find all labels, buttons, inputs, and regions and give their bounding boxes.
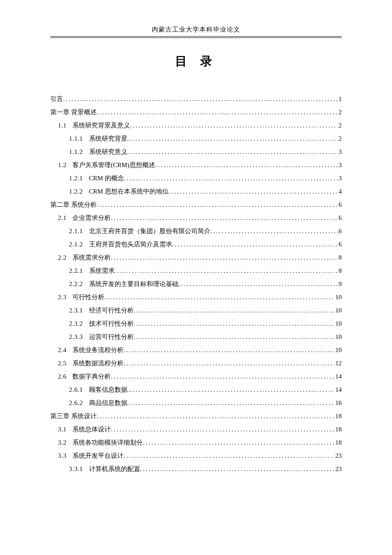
toc-entry-page: 3 [338,159,342,171]
toc-entry-page: 3 [338,172,342,185]
toc-entry: 2.6.2商品信息数据16 [50,396,342,409]
toc-entry: 3.1系统总体设计18 [50,423,342,436]
toc-entry-number: 2.1 [58,211,66,224]
toc-entry-label: 计算机系统的配置 [89,462,140,475]
toc-entry-label: 企业需求分析 [72,211,111,224]
toc-entry: 2.3.1经济可行性分析10 [50,304,342,317]
toc-entry: 2.2.1系统需求8 [50,264,342,277]
toc-leader-dots [127,132,338,145]
toc-entry-label: 可行性分析 [72,291,104,304]
toc-leader-dots [124,344,334,356]
toc-entry-page: 10 [334,304,342,317]
toc-entry: 1.1.2系统研究意义3 [50,145,342,158]
toc-entry-number: 3.2 [58,436,66,449]
toc-entry-label: 商品信息数据 [89,396,127,409]
toc-entry-label: 运营可行性分析 [89,330,134,343]
toc-entry: 1.1系统研究背景及意义2 [50,119,342,132]
toc-entry: 2.3可行性分析10 [50,291,342,304]
toc-leader-dots [127,145,338,158]
toc-entry: 3.3.1计算机系统的配置23 [50,462,342,475]
toc-entry-page: 6 [338,225,342,237]
toc-entry-number: 1.2 [58,159,66,171]
toc-entry: 2.1.2王府井百货包头店简介及需求6 [50,238,342,251]
toc-entry-number: 1.2.1 [69,172,83,185]
toc-entry-number: 1.1.2 [69,145,83,158]
toc-leader-dots [134,317,335,330]
toc-entry: 第二章 系统分析6 [50,198,342,211]
toc-entry-page: 10 [334,330,342,343]
toc-entry-number: 3.1 [58,423,66,436]
toc-entry: 1.2.2CRM 思想在本系统中的地位 4 [50,185,342,198]
toc-leader-dots [127,383,335,396]
toc-leader-dots [134,330,335,343]
toc-entry-number: 2.2.2 [69,278,83,290]
toc-entry-page: 14 [334,370,342,383]
toc-entry: 2.3.2技术可行性分析10 [50,317,342,330]
toc-entry: 2.6.1顾客信息数据14 [50,383,342,396]
toc-entry-number: 2.2 [58,251,66,264]
toc-leader-dots [130,119,337,132]
toc-entry-page: 3 [338,145,342,158]
toc-leader-dots [111,423,334,436]
toc-entry-label: 系统研究背景及意义 [72,119,130,132]
toc-entry-label: CRM 思想在本系统中的地位 [89,185,169,198]
toc-entry-number: 2.6 [58,370,66,383]
toc-leader-dots [97,106,338,119]
toc-entry-number: 2.3.1 [69,304,83,317]
toc-entry-label: 系统各功能模块详细划分 [72,436,143,449]
toc-entry: 1.2.1CRM 的概念 3 [50,172,342,185]
toc-entry-number: 3.3 [58,449,66,462]
toc-entry-label: 系统研究背景 [89,132,127,145]
toc-entry-number: 2.5 [58,357,66,370]
toc-leader-dots [97,410,334,422]
toc-leader-dots [179,278,338,290]
toc-leader-dots [124,449,334,462]
toc-entry-label: 系统需求分析 [72,251,111,264]
toc-entry-number: 2.6.2 [69,396,83,409]
toc-leader-dots [63,92,338,105]
toc-title: 目 录 [50,53,342,69]
toc-leader-dots [127,396,335,409]
toc-entry-page: 8 [338,251,342,264]
toc-entry-page: 2 [338,106,342,119]
toc-leader-dots [97,198,338,211]
toc-entry-number: 2.4 [58,344,66,356]
toc-entry-label: 北京王府井百货（集团）股份有限公司简介 [89,225,210,237]
toc-entry-number: 1.1.1 [69,132,83,145]
toc-entry-page: 6 [338,211,342,224]
toc-entry: 2.2.2系统开发的主要目标和理论基础9 [50,278,342,290]
toc-entry: 2.1企业需求分析6 [50,211,342,224]
toc-entry: 3.2系统各功能模块详细划分18 [50,436,342,449]
toc-entry-label: 第三章 系统设计 [50,410,97,422]
toc-entry-number: 3.3.1 [69,462,83,475]
toc-entry-page: 18 [334,436,342,449]
toc-entry-label: 客户关系管理(CRM)思想概述 [72,159,155,171]
toc-entry-number: 1.2.2 [69,185,83,198]
toc-entry-label: 经济可行性分析 [89,304,134,317]
toc-leader-dots [172,238,338,251]
table-of-contents: 引言1第一章 背景概述21.1系统研究背景及意义21.1.1系统研究背景21.1… [50,92,342,475]
toc-entry-label: 顾客信息数据 [89,383,127,396]
toc-entry-page: 12 [334,357,342,370]
toc-entry-label: 系统数据流程分析 [72,357,124,370]
toc-entry: 1.1.1系统研究背景2 [50,132,342,145]
toc-entry-number: 2.2.1 [69,264,83,277]
toc-entry-page: 2 [338,132,342,145]
toc-entry-page: 10 [334,291,342,304]
toc-entry-page: 23 [334,462,342,475]
toc-entry-page: 8 [338,264,342,277]
toc-entry: 2.4系统业务流程分析10 [50,344,342,356]
toc-entry-label: CRM 的概念 [89,172,124,185]
toc-leader-dots [124,172,338,185]
toc-entry: 引言1 [50,92,342,105]
toc-entry: 第一章 背景概述2 [50,106,342,119]
toc-entry-page: 10 [334,317,342,330]
toc-entry-page: 23 [334,449,342,462]
toc-entry: 2.3.3运营可行性分析10 [50,330,342,343]
toc-entry-label: 第二章 系统分析 [50,198,97,211]
toc-entry-label: 系统开发的主要目标和理论基础 [89,278,179,290]
toc-entry-page: 16 [334,396,342,409]
toc-entry-label: 技术可行性分析 [89,317,134,330]
toc-entry-page: 9 [338,278,342,290]
toc-entry-number: 2.3.2 [69,317,83,330]
